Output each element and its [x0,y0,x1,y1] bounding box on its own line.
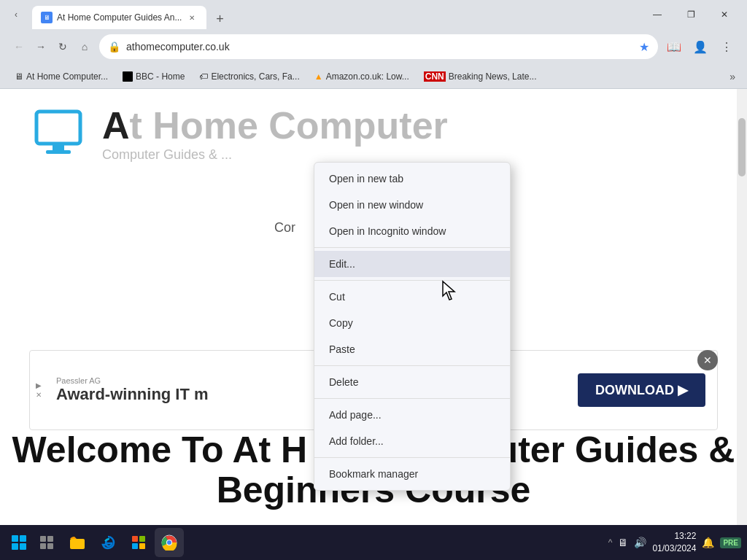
context-menu: Open in new tab Open in new window Open … [314,162,511,491]
active-tab[interactable]: 🖥 At Home Computer Guides An... ✕ [32,6,206,29]
context-menu-delete[interactable]: Delete [314,369,510,395]
context-menu-add-page[interactable]: Add page... [314,402,510,428]
profile-button[interactable]: 👤 [689,35,712,58]
bookmark-star-icon[interactable]: ★ [639,40,649,54]
display-icon[interactable]: 🖥 [618,537,628,548]
context-menu-edit[interactable]: Edit... [314,251,510,277]
maximize-button[interactable]: ❐ [674,3,708,26]
svg-rect-7 [47,543,53,549]
bookmark-item-cnn[interactable]: CNN Breaking News, Late... [418,69,543,85]
reader-mode-button[interactable]: 📖 [662,35,686,58]
taskbar: ^ 🖥 🔊 13:22 01/03/2024 🔔 PRE [0,525,747,560]
security-icon: 🔒 [108,41,120,52]
svg-rect-12 [139,543,145,549]
bookmark-label: Breaking News, Late... [449,71,537,82]
menu-divider-1 [314,247,510,248]
svg-rect-9 [132,536,138,542]
bookmark-item-bbc[interactable]: BBC - Home [117,69,190,85]
volume-icon[interactable]: 🔊 [634,537,646,548]
bookmark-item-electronics[interactable]: 🏷 Electronics, Cars, Fa... [193,69,305,85]
taskbar-system-tray: ^ 🖥 🔊 13:22 01/03/2024 🔔 PRE [608,530,741,555]
pre-badge: PRE [720,537,741,548]
url-text: athomecomputer.co.uk [126,41,633,52]
menu-button[interactable]: ⋮ [715,35,738,58]
tab-bar: 🖥 At Home Computer Guides An... ✕ + [32,0,635,29]
nav-buttons: ← → ↻ ⌂ [9,36,95,57]
context-menu-open-incognito[interactable]: Open in Incognito window [314,218,510,244]
svg-rect-8 [70,539,85,549]
bookmark-label: BBC - Home [136,71,185,82]
bookmarks-bar: 🖥 At Home Computer... BBC - Home 🏷 Elect… [0,64,747,89]
browser-window: ‹ 🖥 At Home Computer Guides An... ✕ + — … [0,0,747,560]
minimize-button[interactable]: — [640,3,674,26]
notification-icon[interactable]: 🔔 [702,537,714,548]
svg-rect-10 [139,536,145,542]
taskbar-task-view[interactable] [32,528,61,557]
bookmark-label: Amazon.co.uk: Low... [326,71,409,82]
window-controls: — ❐ ✕ [640,3,741,26]
svg-rect-6 [40,543,46,549]
bookmark-item-amazon[interactable]: ▲ Amazon.co.uk: Low... [309,69,415,85]
taskbar-file-explorer[interactable] [63,528,92,557]
bookmark-label: Electronics, Cars, Fa... [211,71,299,82]
taskbar-clock[interactable]: 13:22 01/03/2024 [652,530,696,555]
title-bar: ‹ 🖥 At Home Computer Guides An... ✕ + — … [0,0,747,29]
taskbar-ms-store[interactable] [124,528,153,557]
tab-close-button[interactable]: ✕ [186,12,198,23]
context-menu-cut[interactable]: Cut [314,284,510,310]
address-bar[interactable]: 🔒 athomecomputer.co.uk ★ [99,34,658,59]
start-button[interactable] [6,529,32,556]
context-menu-add-folder[interactable]: Add folder... [314,428,510,454]
context-menu-paste[interactable]: Paste [314,336,510,362]
toolbar: ← → ↻ ⌂ 🔒 athomecomputer.co.uk ★ 📖 👤 ⋮ [0,29,747,64]
menu-divider-5 [314,457,510,458]
svg-rect-11 [132,543,138,549]
reload-button[interactable]: ↻ [53,36,73,57]
page-content: A t Home Computer Computer Guides & ... … [0,89,747,525]
context-menu-copy[interactable]: Copy [314,310,510,336]
tab-group-back[interactable]: ‹ [6,4,26,25]
tab-title: At Home Computer Guides An... [57,12,182,23]
context-menu-open-new-tab[interactable]: Open in new tab [314,166,510,192]
menu-divider-3 [314,365,510,366]
tab-favicon: 🖥 [41,12,53,23]
forward-button[interactable]: → [31,36,51,57]
bookmark-label: At Home Computer... [26,71,108,82]
bookmark-item-home-computer[interactable]: 🖥 At Home Computer... [9,69,114,85]
new-tab-button[interactable]: + [209,9,230,29]
menu-divider-4 [314,398,510,399]
back-button[interactable]: ← [9,36,29,57]
windows-logo-icon [12,535,26,550]
context-menu-bookmark-manager[interactable]: Bookmark manager [314,461,510,487]
taskbar-items [32,528,608,557]
close-button[interactable]: ✕ [708,3,741,26]
taskbar-edge[interactable] [93,528,123,557]
taskbar-chrome[interactable] [155,528,184,557]
svg-rect-5 [47,536,53,542]
bookmarks-more-button[interactable]: » [727,68,738,85]
svg-rect-4 [40,536,46,542]
home-button[interactable]: ⌂ [74,36,95,57]
menu-divider-2 [314,280,510,281]
context-menu-open-new-window[interactable]: Open in new window [314,192,510,218]
svg-point-16 [167,540,171,545]
toolbar-right: 📖 👤 ⋮ [662,35,738,58]
system-tray-expand[interactable]: ^ [608,537,613,548]
